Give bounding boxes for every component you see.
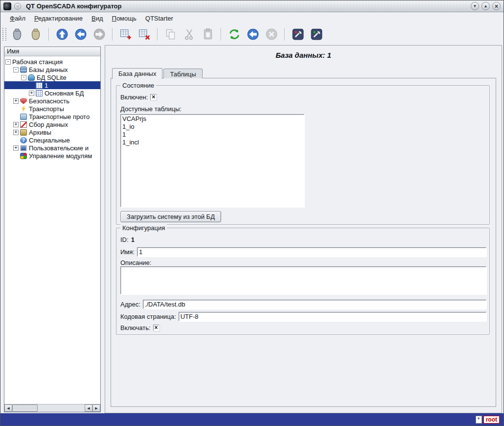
menu-bar: Файл Редактирование Вид Помощь QTStarter (0, 12, 504, 24)
expander-plus-icon[interactable] (13, 122, 19, 127)
expander-plus-icon[interactable] (29, 91, 34, 96)
tree-header[interactable]: Имя (4, 47, 100, 56)
add-item-icon[interactable] (116, 25, 135, 43)
shade-icon[interactable]: ▼ (471, 2, 479, 10)
description-input[interactable] (120, 266, 486, 294)
load-from-db-icon[interactable] (8, 25, 26, 43)
window-title: QT OpenSCADA конфигуратор (26, 2, 468, 10)
menu-view[interactable]: Вид (87, 13, 108, 24)
menu-file[interactable]: Файл (5, 13, 30, 24)
forward-icon[interactable] (90, 25, 109, 43)
specials-icon (20, 137, 27, 143)
protocols-icon (20, 114, 27, 120)
back-icon[interactable] (71, 25, 90, 43)
status-bar: * root (0, 413, 504, 426)
expander-minus-icon[interactable] (21, 75, 26, 80)
refresh-icon[interactable] (225, 25, 244, 43)
copy-item-icon[interactable] (161, 25, 180, 43)
list-item[interactable]: VCAPrjs (121, 115, 304, 123)
tree-item-user-interfaces[interactable]: Пользовательские и (4, 144, 100, 152)
expander-plus-icon[interactable] (13, 145, 19, 151)
modules-icon (20, 153, 27, 159)
expander-minus-icon[interactable] (5, 59, 11, 65)
enabled-checkbox[interactable] (150, 94, 157, 100)
tree-item-sqlite[interactable]: БД SQLite (4, 73, 100, 81)
up-icon[interactable] (53, 25, 71, 43)
save-to-db-icon[interactable] (26, 25, 45, 43)
config-group-title: Конфигурация (120, 224, 167, 232)
name-input[interactable] (137, 247, 486, 257)
expander-plus-icon[interactable] (13, 130, 19, 135)
security-icon (20, 98, 27, 104)
tab-database[interactable]: База данных (112, 68, 162, 79)
start-updating-icon[interactable] (244, 25, 262, 43)
stop-updating-icon[interactable] (262, 25, 281, 43)
toolbar-separator (48, 28, 49, 41)
title-bar[interactable]: ○ QT OpenSCADA конфигуратор ▼ ▲ × (0, 0, 504, 12)
scroll-left-icon[interactable]: ◀ (4, 404, 12, 412)
id-value: 1 (131, 236, 135, 243)
app-icon[interactable] (3, 2, 11, 10)
module-tools-icon[interactable] (307, 25, 326, 43)
user-interfaces-icon (20, 145, 27, 151)
tree-item-protocols[interactable]: Транспортные прото (4, 113, 100, 120)
enabled-label: Включен: (120, 94, 148, 101)
tree-item-transports[interactable]: Транспорты (4, 105, 100, 113)
expander-plus-icon[interactable] (13, 98, 19, 104)
scrollbar-thumb[interactable] (12, 404, 38, 412)
enable-label: Включать: (120, 324, 151, 331)
load-system-button[interactable]: Загрузить систему из этой БД (120, 211, 221, 222)
list-item[interactable]: 1_incl (121, 139, 304, 146)
tree-item-specials[interactable]: Специальные (4, 136, 100, 144)
scroll-right-icon[interactable]: ▶ (92, 404, 100, 412)
user-indicator[interactable]: root (483, 416, 500, 424)
tables-listbox[interactable]: VCAPrjs 1_io 1 1_incl (120, 114, 304, 207)
navigation-tree-panel: Имя Рабочая станция Базы данных БД SQLit… (4, 47, 101, 412)
tree-item-security[interactable]: Безопасность (4, 97, 100, 105)
list-item[interactable]: 1_io (121, 123, 304, 131)
tree-item-daq[interactable]: Сбор данных (4, 120, 100, 128)
tree-item-workstation[interactable]: Рабочая станция (4, 58, 100, 66)
page-title: База данных: 1 (105, 51, 502, 59)
db-table-icon (36, 82, 43, 89)
menu-edit[interactable]: Редактирование (30, 13, 87, 24)
tree-item-db-1[interactable]: 1 (4, 81, 100, 89)
modified-indicator: * (476, 416, 482, 424)
paste-item-icon[interactable] (199, 25, 217, 43)
codepage-input[interactable] (179, 312, 486, 321)
menu-qtstarter[interactable]: QTStarter (141, 13, 178, 24)
expander-minus-icon[interactable] (13, 67, 19, 72)
cut-item-icon[interactable] (180, 25, 199, 43)
toolbar-separator (221, 28, 222, 41)
menu-help[interactable]: Помощь (108, 13, 141, 24)
archives-icon (20, 129, 27, 136)
list-item[interactable]: 1 (121, 131, 304, 139)
maximize-icon[interactable]: ▲ (481, 2, 490, 10)
sqlite-db-icon (28, 74, 35, 81)
close-icon[interactable]: × (492, 2, 501, 10)
daq-icon (20, 121, 27, 128)
enable-checkbox[interactable] (153, 325, 160, 331)
id-label: ID: (120, 236, 129, 243)
tab-tables[interactable]: Таблицы (163, 69, 202, 78)
toolbar-handle[interactable] (2, 28, 6, 41)
main-panel: База данных: 1 База данных Таблицы Состо… (105, 45, 502, 413)
address-input[interactable] (143, 300, 486, 309)
toolbar (0, 24, 504, 45)
delete-item-icon[interactable] (135, 25, 154, 43)
description-label: Описание: (120, 259, 151, 266)
tree-view: Рабочая станция Базы данных БД SQLite 1 (4, 56, 100, 404)
application-window: ○ QT OpenSCADA конфигуратор ▼ ▲ × Файл Р… (0, 0, 504, 426)
tree-item-archives[interactable]: Архивы (4, 128, 100, 136)
horizontal-scrollbar[interactable]: ◀ ◀ ▶ (4, 404, 100, 412)
tree-item-databases[interactable]: Базы данных (4, 66, 100, 73)
toolbar-separator (284, 28, 285, 41)
tree-item-modules[interactable]: Управление модулям (4, 152, 100, 160)
config-groupbox: Конфигурация ID: 1 Имя: Описание: Адрес: (116, 228, 490, 335)
manual-request-icon[interactable] (289, 25, 307, 43)
scrollbar-track[interactable] (38, 404, 85, 412)
scroll-left-icon[interactable]: ◀ (85, 404, 92, 412)
pin-icon[interactable]: ○ (14, 3, 21, 10)
tree-item-main-db[interactable]: Основная БД (4, 89, 100, 97)
databases-icon (20, 67, 27, 73)
